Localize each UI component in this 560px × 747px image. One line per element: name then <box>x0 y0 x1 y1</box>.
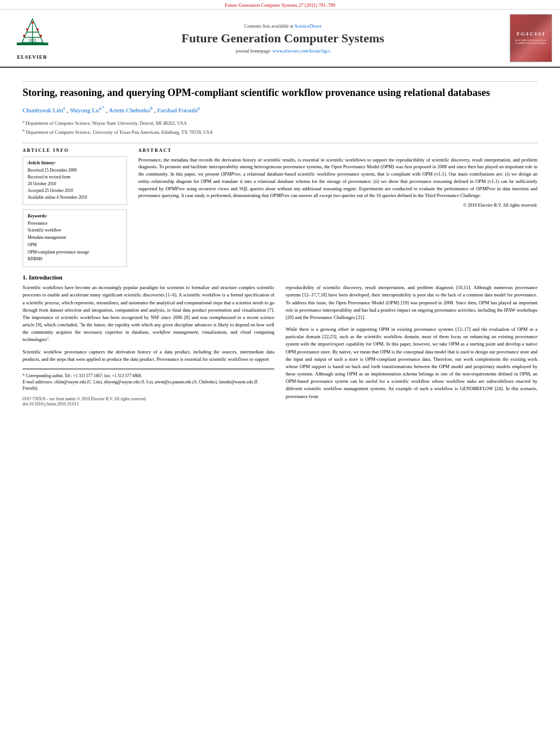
main-body: 1. Introduction Scientific workflows hav… <box>0 267 560 413</box>
journal-header: ELSEVIER Contents lists available at Sci… <box>0 10 560 68</box>
kw-0: Provenance <box>28 220 122 228</box>
affil-divider <box>23 143 537 143</box>
keywords-label: Keywords: <box>28 213 122 219</box>
journal-homepage-line: journal homepage: www.elsevier.com/locat… <box>235 48 330 54</box>
intro-para-right-2: While there is a growing effort in suppo… <box>286 326 537 400</box>
article-title: Storing, reasoning, and querying OPM-com… <box>23 86 537 99</box>
footer-notes: * Corresponding author. Tel.: +1 313 577… <box>23 369 274 392</box>
affil-1: a Department of Computer Science, Wayne … <box>23 119 537 127</box>
email-note: E-mail addresses: chlim@wayne.edu (C. Li… <box>23 379 274 392</box>
svg-point-10 <box>31 21 33 24</box>
sciencedirect-link[interactable]: ScienceDirect <box>295 23 322 29</box>
intro-para-2: Scientific workflow provenance captures … <box>23 348 274 363</box>
corresponding-author-note: * Corresponding author. Tel.: +1 313 577… <box>23 373 274 379</box>
abstract-header: ABSTRACT <box>138 148 537 153</box>
elsevier-logo-svg <box>11 16 54 53</box>
journal-citation: Future Generation Computer Systems 27 (2… <box>225 2 335 8</box>
kw-3: OPM <box>28 242 122 249</box>
history-label: Article history: <box>28 160 122 165</box>
revised-date: 20 October 2010 <box>28 181 122 187</box>
author-1: Chunhyeok Lima <box>23 107 67 113</box>
journal-cover: F·G·I·C·I·S·I FUTURE GENERATIONCOMPUTER … <box>508 14 553 62</box>
affiliations: a Department of Computer Science, Wayne … <box>23 119 537 136</box>
doi-line: doi:10.1016/j.future.2010.10.013 <box>23 401 274 407</box>
cover-image: F·G·I·C·I·S·I FUTURE GENERATIONCOMPUTER … <box>510 14 552 62</box>
journal-header-center: Contents lists available at ScienceDirec… <box>63 14 502 62</box>
intro-para-1: Scientific workflows have become an incr… <box>23 284 274 343</box>
article-history-box: Article history: Received 15 December 20… <box>23 156 127 205</box>
journal-bar: Future Generation Computer Systems 27 (2… <box>0 0 560 10</box>
homepage-link[interactable]: www.elsevier.com/locate/fgcs <box>273 48 330 54</box>
authors-line: Chunhyeok Lima , Shiyong Lua,* , Artem C… <box>23 105 537 115</box>
received-line: Received 15 December 2009 <box>28 167 122 174</box>
svg-point-6 <box>26 28 28 30</box>
body-left-col: Scientific workflows have become an incr… <box>23 284 274 406</box>
svg-point-9 <box>40 35 42 37</box>
affil-1-sup: a <box>23 119 24 124</box>
issn-line: 0167-739X/$ – see front matter © 2010 El… <box>23 396 274 401</box>
copyright-line: © 2010 Elsevier B.V. All rights reserved… <box>138 203 537 208</box>
body-two-col: Scientific workflows have become an incr… <box>23 284 537 406</box>
svg-point-8 <box>23 35 25 37</box>
author-4: Farshad Fotouhia <box>157 107 199 113</box>
available-line: Available online 4 November 2010 <box>28 194 122 201</box>
journal-title: Future Generation Computer Systems <box>181 31 384 46</box>
author-2: Shiyong Lua,* <box>70 107 106 113</box>
elsevier-wordmark: ELSEVIER <box>17 54 47 60</box>
accepted-line: Accepted 25 October 2010 <box>28 187 122 194</box>
body-right-col: reproducibility of scientific discovery,… <box>286 284 537 406</box>
affil-2: b Department of Computer Science, Univer… <box>23 128 537 136</box>
header-divider <box>23 81 537 82</box>
author-3: Artem Chebotkob <box>109 107 154 113</box>
kw-4: OPM-compliant provenance storage <box>28 249 122 256</box>
kw-5: RDBMS <box>28 256 122 263</box>
svg-point-7 <box>36 28 38 30</box>
affil-1-text: Department of Computer Science, Wayne St… <box>25 120 187 125</box>
received-revised-label: Received in revised form <box>28 174 122 181</box>
keywords-box: Keywords: Provenance Scientific workflow… <box>23 209 127 268</box>
contents-available-line: Contents lists available at ScienceDirec… <box>244 23 322 29</box>
elsevier-logo-container: ELSEVIER <box>7 14 58 62</box>
article-info-col: ARTICLE INFO Article history: Received 1… <box>23 148 127 268</box>
affil-2-sup: b <box>23 128 25 133</box>
affil-2-text: Department of Computer Science, Universi… <box>26 129 213 135</box>
article-info-header: ARTICLE INFO <box>23 148 127 153</box>
cover-title: F·G·I·C·I·S·I <box>517 32 544 37</box>
abstract-col: ABSTRACT Provenance, the metadata that r… <box>138 148 537 268</box>
intro-para-right-1: reproducibility of scientific discovery,… <box>286 284 537 321</box>
info-abstract-section: ARTICLE INFO Article history: Received 1… <box>23 148 537 268</box>
abstract-text: Provenance, the metadata that records th… <box>138 156 537 200</box>
kw-2: Metadata management <box>28 234 122 242</box>
article-content: Storing, reasoning, and querying OPM-com… <box>0 68 560 267</box>
svg-rect-5 <box>29 38 36 43</box>
kw-1: Scientific workflow <box>28 227 122 234</box>
intro-section-title: 1. Introduction <box>23 274 537 281</box>
